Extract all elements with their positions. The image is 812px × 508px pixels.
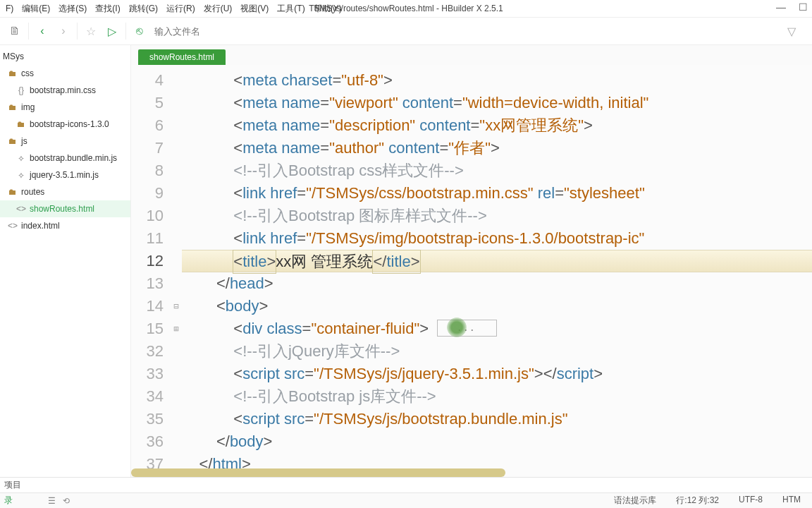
code-body[interactable]: <meta charset="utf-8"> <meta name="viewp… xyxy=(182,65,812,477)
status-grammar[interactable]: 语法提示库 xyxy=(614,495,656,507)
menu-edit[interactable]: 编辑(E) xyxy=(18,3,54,15)
menu-bar: F) 编辑(E) 选择(S) 查找(I) 跳转(G) 运行(R) 发行(U) 视… xyxy=(0,0,812,17)
project-label[interactable]: 项目 xyxy=(4,479,21,491)
status-encoding[interactable]: UTF-8 xyxy=(739,495,763,507)
menu-tools[interactable]: 工具(T) xyxy=(273,3,309,15)
tree-folder-img[interactable]: 🖿img xyxy=(0,99,130,116)
menu-goto[interactable]: 跳转(G) xyxy=(125,3,162,15)
forward-icon[interactable]: › xyxy=(53,25,74,37)
menu-file[interactable]: F) xyxy=(1,4,18,13)
status-bar-2: 录 ☰ ⟲ 语法提示库 行:12 列:32 UTF-8 HTM xyxy=(0,492,812,508)
back-icon[interactable]: ‹ xyxy=(32,25,53,37)
cursor-indicator-icon xyxy=(447,318,467,337)
minimize-icon[interactable]: — xyxy=(776,1,786,13)
menu-find[interactable]: 查找(I) xyxy=(91,3,124,15)
menu-help[interactable]: 帮助(Y) xyxy=(309,3,346,15)
status-bar-1: 项目 xyxy=(0,477,812,492)
tree-file-bootstrap-css[interactable]: {}bootstrap.min.css xyxy=(0,82,130,99)
maximize-icon[interactable]: ☐ xyxy=(799,1,808,13)
browser-icon[interactable]: ⎋ xyxy=(129,25,150,37)
code-editor[interactable]: 456789101112131415323334353637 ⊟⊞ <meta … xyxy=(131,65,812,477)
tree-root[interactable]: MSys xyxy=(0,48,130,65)
tree-file-showroutes[interactable]: <>showRoutes.html xyxy=(0,200,130,217)
tab-bar: showRoutes.html xyxy=(131,45,812,65)
status-icons[interactable]: ☰ ⟲ xyxy=(48,496,70,506)
project-tree: MSys 🖿css {}bootstrap.min.css 🖿img 🖿boot… xyxy=(0,45,130,477)
status-left[interactable]: 录 xyxy=(4,495,13,507)
tree-file-bootstrap-js[interactable]: ⟡bootstrap.bundle.min.js xyxy=(0,150,130,167)
line-gutter: 456789101112131415323334353637 xyxy=(131,65,171,477)
tree-folder-routes[interactable]: 🖿routes xyxy=(0,183,130,200)
menu-view[interactable]: 视图(V) xyxy=(236,3,273,15)
tree-folder-js[interactable]: 🖿js xyxy=(0,133,130,150)
menu-select[interactable]: 选择(S) xyxy=(54,3,91,15)
save-icon[interactable]: 🗎 xyxy=(4,25,25,37)
horizontal-scrollbar[interactable] xyxy=(131,468,505,477)
status-language[interactable]: HTM xyxy=(782,495,801,507)
search-input[interactable] xyxy=(154,26,366,37)
fold-column[interactable]: ⊟⊞ xyxy=(171,65,182,477)
menu-publish[interactable]: 发行(U) xyxy=(199,3,237,15)
menu-run[interactable]: 运行(R) xyxy=(162,3,199,15)
tree-file-index[interactable]: <>index.html xyxy=(0,217,130,234)
status-position: 行:12 列:32 xyxy=(676,495,719,507)
play-icon[interactable]: ▷ xyxy=(102,25,123,38)
tree-folder-css[interactable]: 🖿css xyxy=(0,65,130,82)
tree-file-jquery[interactable]: ⟡jquery-3.5.1.min.js xyxy=(0,167,130,183)
toolbar: 🗎 ‹ › ☆ ▷ ⎋ ▽ xyxy=(0,17,812,45)
tree-folder-icons[interactable]: 🖿bootstrap-icons-1.3.0 xyxy=(0,116,130,133)
star-icon[interactable]: ☆ xyxy=(80,25,102,38)
filter-icon[interactable]: ▽ xyxy=(781,25,802,38)
tab-showroutes[interactable]: showRoutes.html xyxy=(138,49,226,65)
